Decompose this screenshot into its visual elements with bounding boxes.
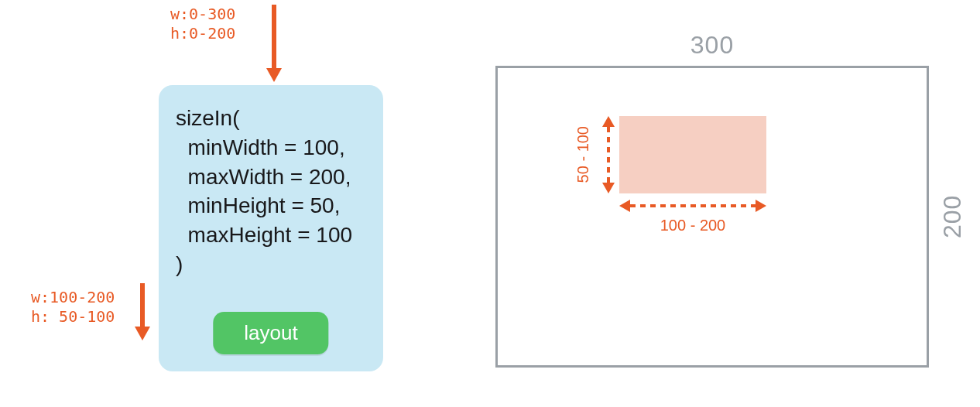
inner-width-dimension: 100 - 200 xyxy=(619,215,766,234)
svg-marker-4 xyxy=(602,116,615,127)
outer-height-label: 200 xyxy=(937,66,968,368)
arrow-down-icon xyxy=(132,283,153,342)
svg-marker-9 xyxy=(756,200,766,212)
inner-height-range-label: 50 - 100 xyxy=(574,126,592,183)
code-card: sizeIn( minWidth = 100, maxWidth = 200, … xyxy=(159,85,383,371)
double-arrow-vertical-icon xyxy=(601,116,616,193)
code-param-maxheight: maxHeight = 100 xyxy=(176,223,352,247)
outgoing-height-line: h: 50-100 xyxy=(31,307,115,327)
incoming-constraints-label: w:0-300 h:0-200 xyxy=(170,5,235,43)
inner-width-range-label: 100 - 200 xyxy=(619,217,766,234)
svg-marker-7 xyxy=(619,200,630,212)
code-param-minheight: minHeight = 50, xyxy=(176,193,340,217)
incoming-width-line: w:0-300 xyxy=(170,5,235,24)
outgoing-constraints-label: w:100-200 h: 50-100 xyxy=(31,288,115,327)
svg-marker-1 xyxy=(266,68,282,82)
code-close: ) xyxy=(176,252,183,276)
svg-marker-3 xyxy=(135,327,150,340)
code-param-minwidth: minWidth = 100, xyxy=(176,135,345,159)
svg-marker-6 xyxy=(602,183,615,193)
outer-width-label: 300 xyxy=(495,31,929,60)
arrow-down-icon xyxy=(263,5,285,84)
incoming-height-line: h:0-200 xyxy=(170,24,235,43)
code-block: sizeIn( minWidth = 100, maxWidth = 200, … xyxy=(176,104,366,279)
outgoing-width-line: w:100-200 xyxy=(31,288,115,307)
code-param-maxwidth: maxWidth = 200, xyxy=(176,165,351,189)
double-arrow-horizontal-icon xyxy=(619,198,766,214)
layout-button[interactable]: layout xyxy=(213,312,328,354)
inner-result-box xyxy=(619,116,766,193)
code-fn: sizeIn( xyxy=(176,106,239,130)
